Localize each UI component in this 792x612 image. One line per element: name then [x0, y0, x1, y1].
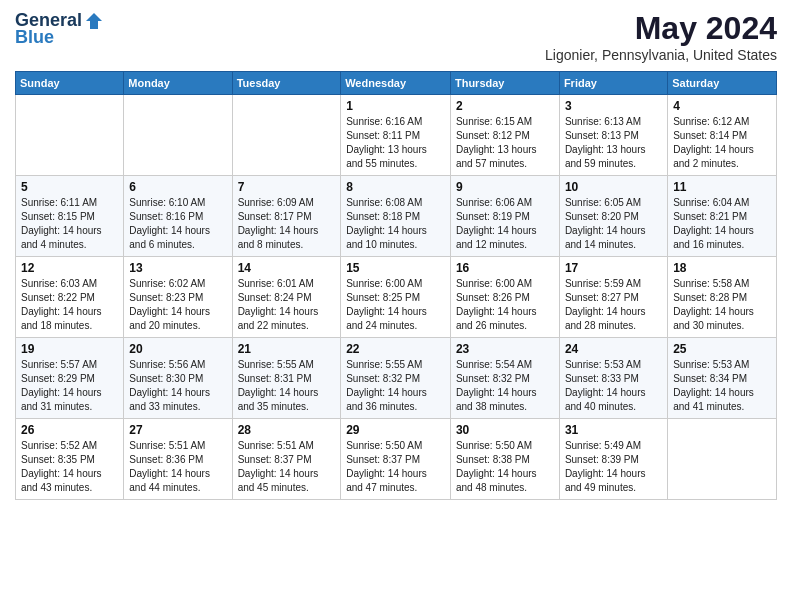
calendar-cell: 8Sunrise: 6:08 AMSunset: 8:18 PMDaylight…	[341, 176, 451, 257]
calendar-cell: 29Sunrise: 5:50 AMSunset: 8:37 PMDayligh…	[341, 419, 451, 500]
calendar-cell: 26Sunrise: 5:52 AMSunset: 8:35 PMDayligh…	[16, 419, 124, 500]
day-number: 9	[456, 180, 554, 194]
day-number: 28	[238, 423, 336, 437]
weekday-header: Monday	[124, 72, 232, 95]
day-number: 13	[129, 261, 226, 275]
day-info: Sunrise: 5:51 AMSunset: 8:37 PMDaylight:…	[238, 439, 336, 495]
day-number: 30	[456, 423, 554, 437]
weekday-header: Friday	[559, 72, 667, 95]
day-number: 19	[21, 342, 118, 356]
day-info: Sunrise: 6:16 AMSunset: 8:11 PMDaylight:…	[346, 115, 445, 171]
day-number: 8	[346, 180, 445, 194]
day-info: Sunrise: 6:05 AMSunset: 8:20 PMDaylight:…	[565, 196, 662, 252]
day-number: 24	[565, 342, 662, 356]
day-info: Sunrise: 5:59 AMSunset: 8:27 PMDaylight:…	[565, 277, 662, 333]
calendar-cell: 6Sunrise: 6:10 AMSunset: 8:16 PMDaylight…	[124, 176, 232, 257]
calendar-cell: 15Sunrise: 6:00 AMSunset: 8:25 PMDayligh…	[341, 257, 451, 338]
calendar-cell: 23Sunrise: 5:54 AMSunset: 8:32 PMDayligh…	[450, 338, 559, 419]
day-number: 16	[456, 261, 554, 275]
calendar-cell: 3Sunrise: 6:13 AMSunset: 8:13 PMDaylight…	[559, 95, 667, 176]
calendar-cell: 21Sunrise: 5:55 AMSunset: 8:31 PMDayligh…	[232, 338, 341, 419]
day-info: Sunrise: 6:03 AMSunset: 8:22 PMDaylight:…	[21, 277, 118, 333]
calendar-cell: 5Sunrise: 6:11 AMSunset: 8:15 PMDaylight…	[16, 176, 124, 257]
calendar-cell: 17Sunrise: 5:59 AMSunset: 8:27 PMDayligh…	[559, 257, 667, 338]
calendar-cell: 12Sunrise: 6:03 AMSunset: 8:22 PMDayligh…	[16, 257, 124, 338]
day-info: Sunrise: 6:01 AMSunset: 8:24 PMDaylight:…	[238, 277, 336, 333]
calendar-cell: 22Sunrise: 5:55 AMSunset: 8:32 PMDayligh…	[341, 338, 451, 419]
page-header: General Blue May 2024 Ligonier, Pennsylv…	[15, 10, 777, 63]
day-info: Sunrise: 6:06 AMSunset: 8:19 PMDaylight:…	[456, 196, 554, 252]
weekday-header: Thursday	[450, 72, 559, 95]
calendar-table: SundayMondayTuesdayWednesdayThursdayFrid…	[15, 71, 777, 500]
day-info: Sunrise: 5:55 AMSunset: 8:32 PMDaylight:…	[346, 358, 445, 414]
month-title: May 2024	[545, 10, 777, 47]
day-info: Sunrise: 5:57 AMSunset: 8:29 PMDaylight:…	[21, 358, 118, 414]
calendar-cell	[16, 95, 124, 176]
day-number: 17	[565, 261, 662, 275]
day-info: Sunrise: 5:50 AMSunset: 8:38 PMDaylight:…	[456, 439, 554, 495]
day-number: 15	[346, 261, 445, 275]
calendar-cell	[124, 95, 232, 176]
title-block: May 2024 Ligonier, Pennsylvania, United …	[545, 10, 777, 63]
calendar-cell: 27Sunrise: 5:51 AMSunset: 8:36 PMDayligh…	[124, 419, 232, 500]
calendar-cell: 10Sunrise: 6:05 AMSunset: 8:20 PMDayligh…	[559, 176, 667, 257]
day-number: 1	[346, 99, 445, 113]
day-number: 7	[238, 180, 336, 194]
day-number: 21	[238, 342, 336, 356]
day-number: 10	[565, 180, 662, 194]
calendar-cell	[668, 419, 777, 500]
day-info: Sunrise: 6:04 AMSunset: 8:21 PMDaylight:…	[673, 196, 771, 252]
day-info: Sunrise: 5:58 AMSunset: 8:28 PMDaylight:…	[673, 277, 771, 333]
day-number: 6	[129, 180, 226, 194]
day-number: 2	[456, 99, 554, 113]
day-info: Sunrise: 6:00 AMSunset: 8:26 PMDaylight:…	[456, 277, 554, 333]
logo-blue-text: Blue	[15, 27, 54, 48]
calendar-cell	[232, 95, 341, 176]
calendar-cell: 31Sunrise: 5:49 AMSunset: 8:39 PMDayligh…	[559, 419, 667, 500]
day-info: Sunrise: 6:12 AMSunset: 8:14 PMDaylight:…	[673, 115, 771, 171]
day-number: 25	[673, 342, 771, 356]
calendar-cell: 28Sunrise: 5:51 AMSunset: 8:37 PMDayligh…	[232, 419, 341, 500]
day-info: Sunrise: 5:55 AMSunset: 8:31 PMDaylight:…	[238, 358, 336, 414]
day-info: Sunrise: 5:51 AMSunset: 8:36 PMDaylight:…	[129, 439, 226, 495]
calendar-cell: 19Sunrise: 5:57 AMSunset: 8:29 PMDayligh…	[16, 338, 124, 419]
day-number: 23	[456, 342, 554, 356]
day-number: 4	[673, 99, 771, 113]
calendar-header-row: SundayMondayTuesdayWednesdayThursdayFrid…	[16, 72, 777, 95]
calendar-cell: 1Sunrise: 6:16 AMSunset: 8:11 PMDaylight…	[341, 95, 451, 176]
day-info: Sunrise: 6:15 AMSunset: 8:12 PMDaylight:…	[456, 115, 554, 171]
day-info: Sunrise: 6:13 AMSunset: 8:13 PMDaylight:…	[565, 115, 662, 171]
day-number: 27	[129, 423, 226, 437]
day-number: 18	[673, 261, 771, 275]
calendar-cell: 20Sunrise: 5:56 AMSunset: 8:30 PMDayligh…	[124, 338, 232, 419]
calendar-cell: 9Sunrise: 6:06 AMSunset: 8:19 PMDaylight…	[450, 176, 559, 257]
calendar-cell: 30Sunrise: 5:50 AMSunset: 8:38 PMDayligh…	[450, 419, 559, 500]
day-number: 5	[21, 180, 118, 194]
day-info: Sunrise: 5:50 AMSunset: 8:37 PMDaylight:…	[346, 439, 445, 495]
day-info: Sunrise: 5:49 AMSunset: 8:39 PMDaylight:…	[565, 439, 662, 495]
weekday-header: Saturday	[668, 72, 777, 95]
calendar-week-row: 12Sunrise: 6:03 AMSunset: 8:22 PMDayligh…	[16, 257, 777, 338]
calendar-cell: 2Sunrise: 6:15 AMSunset: 8:12 PMDaylight…	[450, 95, 559, 176]
calendar-cell: 11Sunrise: 6:04 AMSunset: 8:21 PMDayligh…	[668, 176, 777, 257]
day-number: 20	[129, 342, 226, 356]
calendar-week-row: 5Sunrise: 6:11 AMSunset: 8:15 PMDaylight…	[16, 176, 777, 257]
day-info: Sunrise: 5:56 AMSunset: 8:30 PMDaylight:…	[129, 358, 226, 414]
weekday-header: Tuesday	[232, 72, 341, 95]
day-number: 31	[565, 423, 662, 437]
day-info: Sunrise: 6:08 AMSunset: 8:18 PMDaylight:…	[346, 196, 445, 252]
day-info: Sunrise: 5:52 AMSunset: 8:35 PMDaylight:…	[21, 439, 118, 495]
day-info: Sunrise: 5:54 AMSunset: 8:32 PMDaylight:…	[456, 358, 554, 414]
calendar-week-row: 1Sunrise: 6:16 AMSunset: 8:11 PMDaylight…	[16, 95, 777, 176]
day-info: Sunrise: 5:53 AMSunset: 8:34 PMDaylight:…	[673, 358, 771, 414]
weekday-header: Wednesday	[341, 72, 451, 95]
day-number: 29	[346, 423, 445, 437]
location-text: Ligonier, Pennsylvania, United States	[545, 47, 777, 63]
day-number: 26	[21, 423, 118, 437]
logo-icon	[84, 11, 104, 31]
logo: General Blue	[15, 10, 104, 48]
svg-marker-0	[86, 13, 102, 29]
calendar-week-row: 26Sunrise: 5:52 AMSunset: 8:35 PMDayligh…	[16, 419, 777, 500]
calendar-cell: 24Sunrise: 5:53 AMSunset: 8:33 PMDayligh…	[559, 338, 667, 419]
calendar-cell: 14Sunrise: 6:01 AMSunset: 8:24 PMDayligh…	[232, 257, 341, 338]
